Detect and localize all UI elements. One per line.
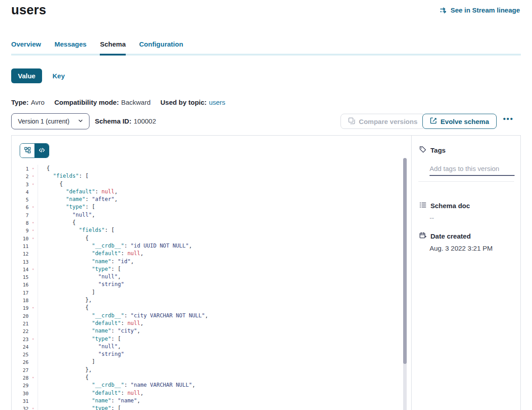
code-text: "name": "name", [38, 397, 140, 405]
fold-toggle-icon[interactable]: ▾ [29, 219, 38, 226]
line-number: 15 [12, 273, 29, 281]
schema-panel: 1▾{2▾ "fields": [3▾ {4 "default": null,5… [11, 135, 521, 410]
used-by-topic-field: Used by topic:users [161, 98, 226, 106]
code-text: "type": [ [38, 265, 121, 273]
code-line: 24 "null", [12, 343, 402, 350]
fold-spacer [29, 312, 38, 320]
code-text: { [38, 165, 50, 172]
code-line: 2▾ "fields": [ [12, 172, 402, 180]
code-line: 20 "__crdb__": "city VARCHAR NOT NULL", [12, 312, 402, 320]
line-number: 32 [12, 405, 29, 410]
line-number: 27 [12, 366, 29, 374]
compatibility-label: Compatibility mode: [54, 98, 119, 106]
code-scrollbar-thumb[interactable] [403, 158, 407, 364]
compatibility-field: Compatibility mode:Backward [54, 98, 150, 106]
schema-id-value: 100002 [134, 117, 156, 125]
line-number: 30 [12, 389, 29, 397]
fold-spacer [29, 258, 38, 265]
fold-spacer [29, 250, 38, 257]
code-line: 13 "name": "id", [12, 258, 402, 265]
fold-spacer [29, 273, 38, 281]
code-text: ] [38, 289, 95, 296]
fold-toggle-icon[interactable]: ▾ [29, 265, 38, 273]
line-number: 9 [12, 226, 29, 234]
view-toggle [20, 143, 49, 158]
code-line: 12 "default": null, [12, 250, 402, 257]
line-number: 17 [12, 289, 29, 296]
fold-toggle-icon[interactable]: ▾ [29, 165, 38, 172]
line-number: 4 [12, 188, 29, 196]
page-title: users [11, 3, 46, 17]
code-view-button[interactable] [34, 144, 49, 158]
code-text: "name": "city", [38, 327, 140, 335]
calendar-icon [419, 232, 426, 240]
schema-sidebar: Tags Schema doc -- [411, 136, 520, 410]
fold-spacer [29, 188, 38, 196]
value-toggle-button[interactable]: Value [11, 68, 42, 83]
code-text: "name": "after", [38, 196, 118, 203]
code-text: "__crdb__": "name VARCHAR NULL", [38, 381, 195, 389]
fold-toggle-icon[interactable]: ▾ [29, 203, 38, 211]
code-line: 22 "name": "city", [12, 327, 402, 335]
fold-toggle-icon[interactable]: ▾ [29, 405, 38, 410]
code-line: 1▾{ [12, 165, 402, 172]
tab-underline-track [11, 54, 521, 56]
code-text: "default": null, [38, 389, 144, 397]
code-text: { [38, 180, 63, 188]
used-by-topic-label: Used by topic: [161, 98, 207, 106]
code-text: }, [38, 296, 92, 304]
evolve-schema-button[interactable]: Evolve schema [422, 114, 497, 129]
line-number: 1 [12, 165, 29, 172]
line-number: 16 [12, 281, 29, 288]
fold-toggle-icon[interactable]: ▾ [29, 335, 38, 343]
fold-toggle-icon[interactable]: ▾ [29, 172, 38, 180]
tab-overview[interactable]: Overview [11, 40, 41, 54]
tab-configuration[interactable]: Configuration [139, 40, 183, 54]
schema-id-label: Schema ID: [95, 117, 132, 125]
value-key-segment: Value Key [11, 68, 65, 83]
code-text: { [38, 219, 76, 226]
topic-link[interactable]: users [209, 98, 226, 106]
code-text: "fields": [ [38, 172, 89, 180]
code-text: "type": [ [38, 405, 121, 410]
code-text: ] [38, 358, 95, 366]
type-label: Type: [11, 98, 29, 106]
code-text: "string" [38, 281, 124, 288]
fold-spacer [29, 381, 38, 389]
compare-versions-button[interactable]: Compare versions [340, 114, 425, 129]
evolve-schema-label: Evolve schema [441, 118, 489, 125]
tab-schema[interactable]: Schema [100, 40, 126, 54]
line-number: 14 [12, 265, 29, 273]
fold-spacer [29, 320, 38, 327]
fold-toggle-icon[interactable]: ▾ [29, 180, 38, 188]
line-number: 25 [12, 350, 29, 358]
code-text: { [38, 304, 89, 312]
tree-view-button[interactable] [20, 144, 34, 158]
code-line: 14▾ "type": [ [12, 265, 402, 273]
code-text: "string" [38, 350, 124, 358]
line-number: 11 [12, 242, 29, 250]
tab-messages[interactable]: Messages [55, 40, 87, 54]
fold-toggle-icon[interactable]: ▾ [29, 226, 38, 234]
version-select[interactable]: Version 1 (current) [11, 113, 89, 129]
more-actions-button[interactable]: ••• [503, 115, 514, 124]
version-row: Version 1 (current) Schema ID:100002 Com… [11, 113, 521, 129]
schema-doc-title: Schema doc [430, 202, 470, 209]
line-number: 12 [12, 250, 29, 257]
code-line: 5 "name": "after", [12, 196, 402, 203]
compatibility-value: Backward [121, 98, 151, 106]
code-text: "default": null, [38, 250, 144, 257]
code-line: 4 "default": null, [12, 188, 402, 196]
line-number: 21 [12, 320, 29, 327]
schema-code-area: 1▾{2▾ "fields": [3▾ {4 "default": null,5… [12, 136, 411, 410]
code-line: 29 "__crdb__": "name VARCHAR NULL", [12, 381, 402, 389]
date-created-value: Aug. 3 2022 3:21 PM [430, 244, 513, 252]
key-toggle-button[interactable]: Key [52, 72, 65, 80]
fold-toggle-icon[interactable]: ▾ [29, 374, 38, 381]
code-scrollbar-track[interactable] [403, 158, 407, 410]
fold-toggle-icon[interactable]: ▾ [29, 304, 38, 312]
line-number: 29 [12, 381, 29, 389]
see-in-stream-lineage-link[interactable]: See in Stream lineage [440, 6, 520, 14]
add-tags-input[interactable] [430, 164, 515, 176]
fold-toggle-icon[interactable]: ▾ [29, 235, 38, 242]
